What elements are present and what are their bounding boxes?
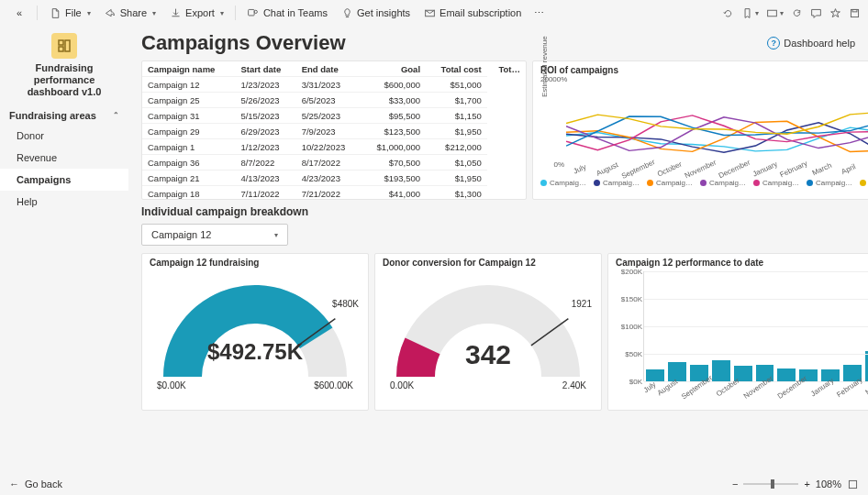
gauge1-title: Campaign 12 fundraising [150,258,361,268]
table-row[interactable]: Campaign 255/26/20236/5/2023$33,000$1,70… [142,93,526,108]
svg-rect-8 [59,47,63,51]
page-title: Campaigns Overview [141,31,346,55]
performance-bar-card: Campaign 12 performance to date $200K$15… [607,253,868,411]
roi-chart[interactable]: 20000% 0% [566,79,868,165]
legend-item[interactable]: Campaig… [753,179,799,187]
app-title: Fundraising performance dashboard v1.0 [0,62,128,99]
separator [37,6,38,20]
gauge2-max: 2.40K [562,380,586,390]
collapse-nav-button[interactable]: « [7,4,31,22]
performance-bar-chart[interactable]: $200K$150K$100K$50K$0K [643,271,868,381]
fundraising-gauge-card: Campaign 12 fundraising $480K $492.75K $… [141,253,369,411]
table-header[interactable]: Start date [235,61,295,77]
chevron-down-icon: ▾ [274,231,278,239]
email-label: Email subscription [440,7,521,18]
top-toolbar: « File▾ Share▾ Export▾ Chat in Teams Get… [0,0,868,26]
chat-teams-button[interactable]: Chat in Teams [241,4,333,22]
share-menu[interactable]: Share▾ [98,4,161,22]
legend-item[interactable]: Campaig… [540,179,586,187]
export-menu[interactable]: Export▾ [163,4,229,22]
dashboard-help-link[interactable]: ? Dashboard help [767,37,855,50]
campaign-select[interactable]: Campaign 12 ▾ [141,224,288,246]
table-header[interactable]: Goal [361,61,426,77]
zoom-value: 108% [816,478,841,490]
file-label: File [65,7,82,18]
star-icon[interactable] [829,7,841,19]
gauge2-value: 342 [383,339,594,370]
zoom-out-button[interactable]: − [732,478,738,490]
table-row[interactable]: Campaign 11/12/202310/22/2023$1,000,000$… [142,139,526,155]
go-back-button[interactable]: ← Go back [9,478,62,490]
table-header[interactable]: End date [296,61,362,77]
bookmark-icon [741,7,753,19]
insights-button[interactable]: Get insights [335,4,416,22]
legend-item[interactable]: Campaig… [594,179,640,187]
nav-item-help[interactable]: Help [0,191,128,213]
table-header[interactable]: Tot… [487,61,526,77]
table-header[interactable]: Total cost [426,61,487,77]
comment-icon[interactable] [810,7,822,19]
campaigns-table[interactable]: Campaign nameStart dateEnd dateGoalTotal… [142,61,526,200]
legend-item[interactable]: Campaig… [807,179,852,187]
export-icon [169,6,182,19]
saved-icon[interactable] [849,7,861,19]
table-row[interactable]: Campaign 296/29/20237/9/2023$123,500$1,9… [142,124,526,139]
sidebar: Fundraising performance dashboard v1.0 F… [0,26,128,473]
svg-rect-11 [849,480,856,488]
go-back-label: Go back [25,478,62,490]
nav-item-campaigns[interactable]: Campaigns [0,169,128,191]
chat-label: Chat in Teams [263,7,328,18]
nav-item-revenue[interactable]: Revenue [0,147,128,169]
bar[interactable] [777,368,796,381]
more-menu[interactable]: ⋯ [529,5,550,22]
bar[interactable] [712,360,730,381]
reset-icon[interactable] [722,7,734,19]
svg-rect-5 [852,9,857,11]
fit-page-icon[interactable] [847,478,859,490]
refresh-icon[interactable] [791,7,803,19]
roi-chart-card: ROI of campaigns Estimated revenue 20000… [532,60,868,200]
view-menu[interactable]: ▾ [766,7,784,19]
zoom-slider[interactable] [743,483,798,485]
bar[interactable] [646,369,664,381]
campaign-select-value: Campaign 12 [151,229,211,240]
bookmark-menu[interactable]: ▾ [741,7,759,19]
table-row[interactable]: Campaign 315/15/20235/25/2023$95,500$1,1… [142,108,526,124]
fundraising-gauge[interactable]: $480K $492.75K $0.00K $600.00K [150,271,361,390]
table-row[interactable]: Campaign 214/13/20234/23/2023$193,500$1,… [142,170,526,186]
legend-item[interactable]: Campaig… [860,179,868,187]
bar-xtick: July [642,380,658,395]
table-row[interactable]: Campaign 368/7/20228/17/2022$70,500$1,05… [142,155,526,170]
svg-rect-3 [768,10,777,16]
roi-ylabel: Estimated revenue [540,36,549,97]
svg-point-1 [255,10,258,13]
bar-ytick: $50K [617,350,642,358]
table-header[interactable]: Campaign name [142,61,235,77]
breakdown-title: Individual campaign breakdown [141,205,855,218]
table-row[interactable]: Campaign 121/23/20233/31/2023$600,000$51… [142,77,526,93]
gauge2-title: Donor conversion for Campaign 12 [383,258,594,268]
donor-gauge[interactable]: 1921 342 0.00K 2.40K [383,271,594,390]
nav-item-donor[interactable]: Donor [0,125,128,147]
share-label: Share [120,7,147,18]
svg-rect-7 [65,40,70,51]
legend-item[interactable]: Campaig… [700,179,746,187]
file-menu[interactable]: File▾ [43,4,96,22]
legend-item[interactable]: Campaig… [647,179,693,187]
teams-icon [247,6,260,19]
arrow-left-icon: ← [9,478,19,490]
nav-group-fundraising[interactable]: Fundraising areas ⌃ [0,103,128,125]
email-subscription-button[interactable]: Email subscription [417,4,527,22]
bar[interactable] [668,362,686,381]
table-row[interactable]: Campaign 187/11/20227/21/2022$41,000$1,3… [142,186,526,201]
roi-title: ROI of campaigns [540,65,868,75]
zoom-in-button[interactable]: + [804,478,809,490]
svg-rect-0 [249,9,255,16]
mail-icon [423,6,436,19]
file-icon [49,6,61,19]
bottom-bar: ← Go back − + 108% [0,473,868,495]
bar-ytick: $200K [617,268,642,276]
bar-ytick: $150K [617,295,642,303]
app-logo-icon [51,33,77,59]
roi-ytick: 20000% [540,75,564,83]
